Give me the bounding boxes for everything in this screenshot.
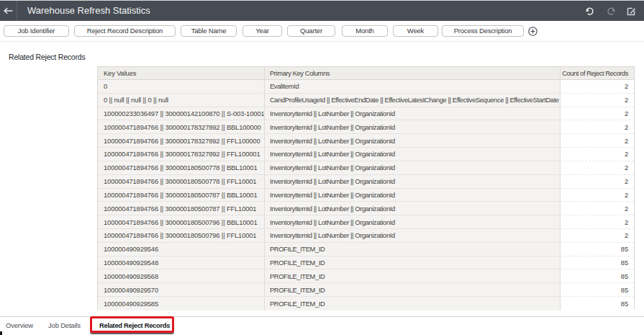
filter-chip-quarter[interactable]: Quarter	[287, 25, 335, 37]
cell-key-values[interactable]: 100000471894766 || 300000178327892 || BB…	[98, 120, 264, 134]
cell-primary-key-columns[interactable]: PROFILE_ITEM_ID	[264, 283, 560, 297]
cell-key-values[interactable]: 100000490929546	[98, 243, 264, 256]
cell-primary-key-columns[interactable]: InventoryItemId || LotNumber || Organiza…	[264, 107, 560, 121]
cell-key-values[interactable]: 100000471894766 || 300000178327892 || FF…	[98, 148, 264, 161]
cursor-artifact	[0, 331, 2, 335]
redo-icon[interactable]	[607, 6, 616, 16]
cell-primary-key-columns[interactable]: InventoryItemId || LotNumber || Organiza…	[264, 148, 560, 161]
cell-key-values[interactable]: 100000490929570	[98, 283, 264, 297]
cell-key-values[interactable]: 100000471894766 || 300000180500787 || FF…	[98, 202, 264, 215]
tab-job-details[interactable]: Job Details	[48, 317, 81, 335]
cell-key-values[interactable]: 100000471894766 || 300000180500778 || FF…	[98, 175, 264, 189]
cell-count-of-reject-records[interactable]: 2	[560, 215, 634, 229]
cell-primary-key-columns[interactable]: PROFILE_ITEM_ID	[264, 297, 560, 311]
table-row[interactable]: 100000471894766 || 300000180500778 || BB…	[98, 161, 634, 175]
table-row[interactable]: 100000490929585PROFILE_ITEM_ID85	[98, 297, 634, 311]
cell-key-values[interactable]: 100000471894766 || 300000178327892 || FF…	[98, 134, 264, 148]
cell-primary-key-columns[interactable]: CandProfileUsageId || EffectiveEndDate |…	[264, 94, 560, 107]
page-title: Warehouse Refresh Statistics	[27, 1, 150, 21]
cell-key-values[interactable]: 100000471894766 || 300000180500796 || BB…	[98, 215, 264, 229]
cell-count-of-reject-records[interactable]: 2	[560, 189, 634, 202]
column-header-key-values[interactable]: Key Values	[98, 67, 264, 79]
cell-key-values[interactable]: 0 || null || null || 0 || null	[98, 94, 264, 107]
column-header-primary-key[interactable]: Primary Key Columns	[264, 67, 560, 79]
page: Warehouse Refresh Statistics Job Identif…	[0, 0, 644, 335]
edit-icon[interactable]	[627, 6, 636, 16]
filter-chip-label: Process Description	[454, 27, 512, 35]
footer-tab-bar: Overview Job Details Related Reject Reco…	[0, 316, 644, 335]
cell-count-of-reject-records[interactable]: 85	[560, 283, 634, 297]
add-filter-icon[interactable]	[528, 27, 538, 36]
filter-chip-month[interactable]: Month	[342, 25, 388, 37]
cell-primary-key-columns[interactable]: InventoryItemId || LotNumber || Organiza…	[264, 175, 560, 189]
cell-count-of-reject-records[interactable]: 2	[560, 120, 634, 134]
cell-count-of-reject-records[interactable]: 85	[560, 297, 634, 311]
table-row[interactable]: 100000471894766 || 300000180500787 || FF…	[98, 202, 634, 215]
cell-count-of-reject-records[interactable]: 2	[560, 80, 634, 94]
filter-bar: Job Identifier Reject Record Description…	[0, 21, 644, 42]
cell-key-values[interactable]: 100000490929548	[98, 256, 264, 270]
cell-primary-key-columns[interactable]: InventoryItemId || LotNumber || Organiza…	[264, 215, 560, 229]
cell-primary-key-columns[interactable]: PROFILE_ITEM_ID	[264, 256, 560, 270]
filter-chip-label: Year	[255, 27, 268, 35]
filter-chip-process-description[interactable]: Process Description	[442, 25, 524, 37]
table-row[interactable]: 100000490929568PROFILE_ITEM_ID85	[98, 269, 634, 283]
cell-count-of-reject-records[interactable]: 2	[560, 148, 634, 161]
cell-primary-key-columns[interactable]: PROFILE_ITEM_ID	[264, 243, 560, 256]
filter-chip-week[interactable]: Week	[393, 25, 438, 37]
cell-key-values[interactable]: 100000471894766 || 300000180500787 || BB…	[98, 189, 264, 202]
table-row[interactable]: 100000490929548PROFILE_ITEM_ID85	[98, 256, 634, 270]
column-header-count[interactable]: Count of Reject Records	[560, 67, 634, 79]
filter-chip-year[interactable]: Year	[242, 25, 282, 37]
filter-chip-label: Month	[355, 27, 373, 35]
table-row[interactable]: 100000471894766 || 300000180500787 || BB…	[98, 189, 634, 202]
back-button[interactable]	[0, 1, 17, 21]
cell-count-of-reject-records[interactable]: 85	[560, 243, 634, 256]
table-row[interactable]: 100000471894766 || 300000180500796 || FF…	[98, 229, 634, 243]
cell-count-of-reject-records[interactable]: 85	[560, 256, 634, 270]
cell-count-of-reject-records[interactable]: 85	[560, 269, 634, 283]
filter-chip-job-identifier[interactable]: Job Identifier	[4, 25, 69, 37]
cell-key-values[interactable]: 100000490929585	[98, 297, 264, 311]
cell-primary-key-columns[interactable]: InventoryItemId || LotNumber || Organiza…	[264, 229, 560, 243]
filter-chip-table-name[interactable]: Table Name	[181, 25, 237, 37]
table-row[interactable]: 100000471894766 || 300000178327892 || FF…	[98, 134, 634, 148]
table-row[interactable]: 100000490929570PROFILE_ITEM_ID85	[98, 283, 634, 297]
reject-records-table: Key Values Primary Key Columns Count of …	[97, 66, 635, 310]
tab-overview[interactable]: Overview	[6, 317, 33, 335]
cell-count-of-reject-records[interactable]: 2	[560, 202, 634, 215]
table-row[interactable]: 100000471894766 || 300000178327892 || FF…	[98, 148, 634, 161]
cell-key-values[interactable]: 100000233036497 || 300000142100870 || S-…	[98, 107, 264, 121]
undo-icon[interactable]	[585, 6, 594, 16]
cell-primary-key-columns[interactable]: EvalItemId	[264, 80, 560, 94]
cell-primary-key-columns[interactable]: InventoryItemId || LotNumber || Organiza…	[264, 189, 560, 202]
table-row[interactable]: 100000490929546PROFILE_ITEM_ID85	[98, 243, 634, 256]
cell-primary-key-columns[interactable]: InventoryItemId || LotNumber || Organiza…	[264, 161, 560, 175]
filter-chip-reject-record-description[interactable]: Reject Record Description	[74, 25, 176, 37]
cell-key-values[interactable]: 100000471894766 || 300000180500778 || BB…	[98, 161, 264, 175]
cell-key-values[interactable]: 100000471894766 || 300000180500796 || FF…	[98, 229, 264, 243]
cell-count-of-reject-records[interactable]: 2	[560, 107, 634, 121]
cell-primary-key-columns[interactable]: PROFILE_ITEM_ID	[264, 269, 560, 283]
cell-count-of-reject-records[interactable]: 2	[560, 229, 634, 243]
table-body: 0EvalItemId20 || null || null || 0 || nu…	[98, 80, 634, 311]
cell-key-values[interactable]: 0	[98, 80, 264, 94]
cell-count-of-reject-records[interactable]: 2	[560, 161, 634, 175]
cell-key-values[interactable]: 100000490929568	[98, 269, 264, 283]
cell-count-of-reject-records[interactable]: 2	[560, 134, 634, 148]
table-row[interactable]: 100000471894766 || 300000178327892 || BB…	[98, 120, 634, 134]
cell-count-of-reject-records[interactable]: 2	[560, 94, 634, 107]
filter-chip-label: Table Name	[191, 27, 227, 35]
table-row[interactable]: 100000471894766 || 300000180500796 || BB…	[98, 215, 634, 229]
table-row[interactable]: 100000471894766 || 300000180500778 || FF…	[98, 175, 634, 189]
table-row[interactable]: 0EvalItemId2	[98, 80, 634, 94]
table-row[interactable]: 100000233036497 || 300000142100870 || S-…	[98, 107, 634, 121]
cell-count-of-reject-records[interactable]: 2	[560, 175, 634, 189]
cell-primary-key-columns[interactable]: InventoryItemId || LotNumber || Organiza…	[264, 202, 560, 215]
filter-chip-label: Reject Record Description	[87, 27, 163, 35]
tab-related-reject-records[interactable]: Related Reject Records	[99, 317, 170, 335]
back-arrow-icon	[4, 7, 13, 14]
cell-primary-key-columns[interactable]: InventoryItemId || LotNumber || Organiza…	[264, 120, 560, 134]
table-row[interactable]: 0 || null || null || 0 || nullCandProfil…	[98, 94, 634, 107]
cell-primary-key-columns[interactable]: InventoryItemId || LotNumber || Organiza…	[264, 134, 560, 148]
